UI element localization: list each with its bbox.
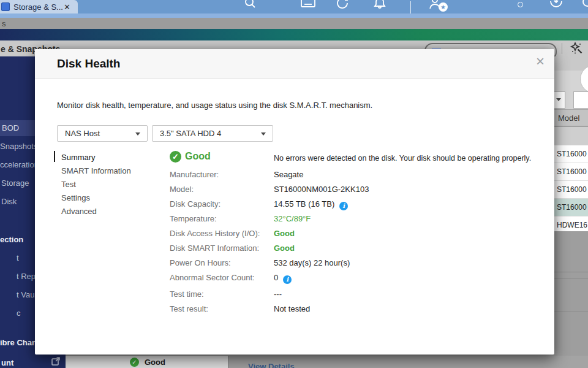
disk-health-dialog: Disk Health × Monitor disk health, tempe…	[35, 49, 554, 355]
sidebar-item-storage[interactable]: Storage	[1, 178, 29, 188]
external-link-icon[interactable]	[51, 356, 61, 366]
taskbar-divider	[410, 1, 411, 13]
field-value: Good	[274, 229, 295, 238]
info-icon[interactable]: i	[283, 275, 292, 284]
info-icon[interactable]: i	[339, 202, 348, 210]
field-power-on-hours: Power On Hours:532 day(s) 22 hour(s)	[170, 258, 350, 268]
sidebar-section-fibre-channel: ibre Chan	[0, 338, 37, 347]
field-label: Disk SMART Information:	[170, 243, 274, 253]
taskbar-edge	[0, 13, 588, 18]
disk-table-panel: Model ST16000 ST16000 ST16000 ST16000 HD…	[554, 56, 588, 356]
toolbar-divider	[562, 43, 562, 54]
field-label: Model:	[170, 185, 274, 194]
field-model: Model:ST16000NM001G-2KK103	[170, 185, 369, 194]
table-row[interactable]: ST16000	[554, 163, 588, 181]
divider	[554, 278, 588, 278]
tab-close-icon[interactable]: ✕	[64, 2, 70, 12]
field-value: ST16000NM001G-2KK103	[274, 185, 369, 194]
sidebar-item-snapshot[interactable]: t	[17, 253, 19, 263]
chevron-down-icon	[556, 98, 561, 101]
search-icon[interactable]	[244, 0, 257, 10]
disk-select[interactable]: 3.5" SATA HDD 4	[152, 125, 273, 142]
good-check-icon: ✓	[170, 151, 181, 163]
field-label: Disk Access History (I/O):	[170, 229, 274, 238]
tab-advanced[interactable]: Advanced	[61, 207, 97, 216]
sidebar-item-acceleration[interactable]: cceleration	[0, 160, 39, 169]
banner-gradient	[0, 29, 588, 40]
adjacent-control[interactable]	[573, 91, 588, 109]
tab-smart-information[interactable]: SMART Information	[61, 166, 131, 175]
field-value: Good	[274, 243, 295, 253]
sidebar-item-snapshots[interactable]: Snapshots	[0, 142, 37, 151]
sidebar-section-protection: ection	[0, 235, 23, 244]
field-value: 532 day(s) 22 hour(s)	[274, 258, 350, 267]
field-label: Disk Capacity:	[170, 199, 274, 209]
sidebar-item-mount[interactable]: unt	[1, 358, 13, 367]
sidebar-item-disk[interactable]: Disk	[1, 197, 17, 206]
health-status: Good	[185, 151, 211, 162]
tab-settings[interactable]: Settings	[61, 193, 90, 202]
field-label: Temperature:	[170, 214, 274, 223]
field-disk-smart-information: Disk SMART Information:Good	[170, 243, 295, 253]
refresh-icon[interactable]	[336, 0, 350, 10]
column-header-model[interactable]: Model	[554, 109, 588, 126]
field-label: Manufacturer:	[170, 170, 274, 179]
filter-dropdown[interactable]	[554, 91, 565, 109]
panel-toolbar-bg	[554, 56, 588, 71]
storage-app-icon	[1, 2, 10, 11]
field-disk-access-history: Disk Access History (I/O):Good	[170, 229, 295, 239]
field-test-result: Test result:Not tested	[170, 304, 310, 314]
field-label: Test result:	[170, 304, 274, 313]
chevron-down-icon	[135, 132, 140, 136]
admin-star-icon: ★	[439, 2, 448, 12]
field-temperature: Temperature:32°C/89°F	[170, 214, 311, 224]
dialog-description: Monitor disk health, temperature, and us…	[57, 101, 372, 110]
dialog-title: Disk Health	[57, 57, 120, 71]
tab-title: Storage & S...	[13, 2, 62, 12]
field-value: Not tested	[274, 304, 310, 313]
field-value: 14.55 TB (16 TB)	[274, 199, 334, 209]
field-label: Test time:	[170, 289, 274, 299]
field-value: Seagate	[274, 170, 303, 179]
menu-fragment: s	[2, 19, 6, 28]
field-value: ---	[274, 289, 282, 299]
health-check-icon: ✓	[130, 358, 139, 367]
bell-icon[interactable]	[372, 0, 387, 10]
field-manufacturer: Manufacturer:Seagate	[170, 170, 303, 180]
table-empty-area	[554, 231, 588, 356]
sidebar-item-iscsi[interactable]: c	[17, 309, 21, 318]
disk-select-value: 3.5" SATA HDD 4	[160, 129, 221, 138]
wizard-wand-icon[interactable]	[569, 40, 584, 56]
table-row[interactable]: ST16000	[554, 145, 588, 163]
download-icon[interactable]	[548, 0, 564, 10]
menu-strip: s	[0, 18, 588, 29]
close-icon[interactable]: ×	[536, 53, 545, 70]
taskbar: Storage & S... ✕ ★	[0, 0, 588, 13]
tab-summary[interactable]: Summary	[61, 153, 96, 162]
chevron-down-icon	[261, 132, 266, 136]
host-select-value: NAS Host	[65, 129, 100, 138]
tab-test[interactable]: Test	[61, 180, 76, 189]
disk-rows: ST16000 ST16000 ST16000 ST16000 HDWE16	[554, 145, 588, 234]
table-group-row	[554, 127, 588, 145]
active-nav-indicator	[54, 151, 55, 162]
field-label: Power On Hours:	[170, 258, 274, 267]
field-abnormal-sector-count: Abnormal Sector Count:0i	[170, 273, 292, 283]
help-icon[interactable]	[581, 0, 588, 10]
health-status-label: Good	[145, 358, 165, 367]
divider	[554, 312, 588, 312]
host-select[interactable]: NAS Host	[57, 125, 148, 142]
view-details-link[interactable]: View Details	[248, 362, 295, 368]
field-value: 32°C/89°F	[274, 214, 311, 223]
table-row[interactable]: ST16000	[554, 181, 588, 199]
field-disk-capacity: Disk Capacity:14.55 TB (16 TB)i	[170, 199, 348, 209]
desktop-icon[interactable]	[300, 0, 316, 10]
table-row-selected[interactable]: ST16000	[554, 199, 588, 217]
health-status-note: No errors were detected on the disk. You…	[274, 154, 531, 163]
sidebar-item-vjbod[interactable]: BOD	[2, 123, 19, 132]
status-dot-icon	[518, 2, 523, 7]
field-test-time: Test time:---	[170, 289, 282, 299]
field-label: Abnormal Sector Count:	[170, 273, 274, 282]
field-value: 0	[274, 273, 278, 282]
app-tab-storage-snapshots[interactable]: Storage & S... ✕	[0, 0, 78, 13]
